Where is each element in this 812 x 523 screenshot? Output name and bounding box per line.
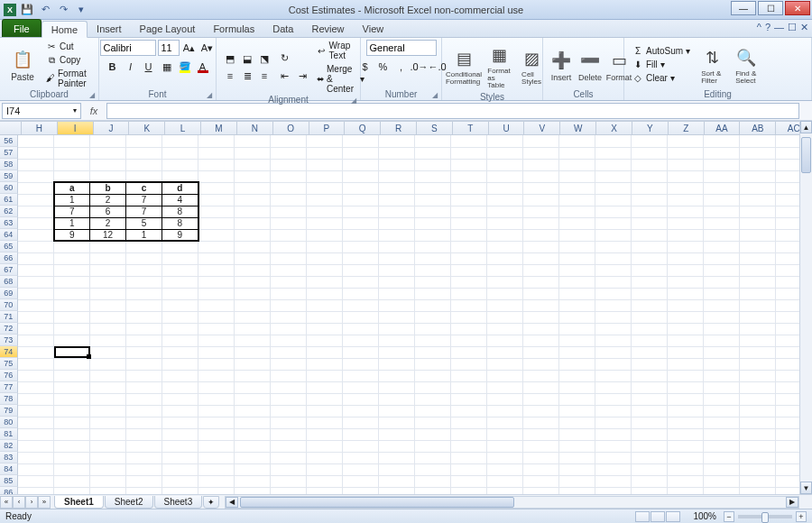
cell[interactable] <box>595 381 632 393</box>
cell[interactable] <box>54 358 90 370</box>
cell[interactable] <box>162 475 198 487</box>
cell[interactable] <box>595 217 632 229</box>
cell[interactable] <box>668 182 704 194</box>
cell[interactable] <box>307 405 343 417</box>
cell[interactable] <box>343 170 379 182</box>
decrease-font-icon[interactable]: A▾ <box>199 40 216 56</box>
cell[interactable] <box>740 346 776 358</box>
cell[interactable] <box>162 405 198 417</box>
cell[interactable] <box>487 463 523 475</box>
cell[interactable] <box>198 381 235 393</box>
cell[interactable] <box>523 252 559 264</box>
row-header-81[interactable]: 81 <box>0 428 18 440</box>
cell[interactable] <box>632 311 668 323</box>
cell[interactable] <box>198 217 235 229</box>
col-header-Y[interactable]: Y <box>632 122 669 134</box>
cell[interactable] <box>343 288 379 299</box>
border-button[interactable]: ▦ <box>159 59 175 75</box>
cell[interactable] <box>595 288 632 299</box>
scroll-up-icon[interactable]: ▲ <box>800 121 812 133</box>
cell[interactable] <box>415 393 451 405</box>
cell[interactable] <box>198 299 235 311</box>
cell[interactable] <box>271 194 307 206</box>
cell[interactable] <box>379 241 415 252</box>
cell[interactable] <box>235 370 271 381</box>
format-as-table-button[interactable]: ▦Format as Table <box>484 40 514 92</box>
tab-data[interactable]: Data <box>263 20 302 37</box>
cell[interactable]: 1 <box>126 229 162 241</box>
cell[interactable] <box>198 194 235 206</box>
cell[interactable] <box>523 346 559 358</box>
cell[interactable] <box>271 159 307 170</box>
cell[interactable] <box>126 252 162 264</box>
cell[interactable] <box>451 475 487 487</box>
cell[interactable] <box>632 417 668 428</box>
cell[interactable] <box>415 147 451 159</box>
cell[interactable] <box>90 475 126 487</box>
cell[interactable] <box>18 452 54 463</box>
cell[interactable] <box>198 346 235 358</box>
cell[interactable]: 2 <box>90 194 126 206</box>
col-header-J[interactable]: J <box>94 122 130 134</box>
cell[interactable] <box>704 335 740 346</box>
cell[interactable] <box>235 159 271 170</box>
cell[interactable] <box>415 311 451 323</box>
cell[interactable] <box>126 452 162 463</box>
clipboard-launcher-icon[interactable]: ◢ <box>89 91 95 99</box>
cell[interactable] <box>523 417 559 428</box>
cell[interactable] <box>559 135 595 147</box>
cell[interactable] <box>343 299 379 311</box>
cell[interactable] <box>235 463 271 475</box>
cell[interactable] <box>126 370 162 381</box>
cell[interactable] <box>559 276 595 288</box>
cell[interactable] <box>307 335 343 346</box>
cell[interactable] <box>343 241 379 252</box>
cell[interactable] <box>632 276 668 288</box>
cell[interactable] <box>379 381 415 393</box>
col-header-K[interactable]: K <box>129 122 165 134</box>
cell[interactable] <box>271 417 307 428</box>
cell[interactable] <box>54 170 90 182</box>
cell[interactable] <box>307 170 343 182</box>
cell[interactable] <box>162 381 198 393</box>
cell[interactable] <box>523 206 559 217</box>
cell[interactable] <box>235 393 271 405</box>
cell[interactable] <box>595 299 632 311</box>
cell[interactable] <box>198 370 235 381</box>
cell[interactable] <box>559 147 595 159</box>
cell[interactable] <box>126 276 162 288</box>
cell[interactable] <box>595 393 632 405</box>
cell[interactable] <box>271 475 307 487</box>
cell[interactable] <box>415 135 451 147</box>
align-left-icon[interactable]: ≡ <box>222 68 238 84</box>
cell[interactable] <box>126 440 162 452</box>
cell[interactable] <box>704 299 740 311</box>
cell[interactable] <box>307 393 343 405</box>
cell[interactable] <box>126 288 162 299</box>
cell[interactable]: 9 <box>162 229 198 241</box>
cell[interactable] <box>740 241 776 252</box>
cell[interactable] <box>704 264 740 276</box>
sheet-nav-next-icon[interactable]: › <box>25 496 38 509</box>
cell[interactable] <box>487 159 523 170</box>
cell[interactable] <box>487 288 523 299</box>
cell[interactable] <box>235 487 271 494</box>
cell[interactable] <box>740 135 776 147</box>
cell[interactable] <box>90 276 126 288</box>
cell[interactable] <box>343 159 379 170</box>
row-header-78[interactable]: 78 <box>0 393 18 405</box>
cell[interactable] <box>523 217 559 229</box>
cell[interactable] <box>126 241 162 252</box>
cell[interactable] <box>126 393 162 405</box>
cell[interactable] <box>523 475 559 487</box>
cell[interactable] <box>235 381 271 393</box>
cell[interactable] <box>307 147 343 159</box>
cell[interactable] <box>595 370 632 381</box>
cell[interactable] <box>18 440 54 452</box>
cell[interactable] <box>740 194 776 206</box>
cell[interactable] <box>162 463 198 475</box>
cell[interactable] <box>54 463 90 475</box>
cell[interactable] <box>523 428 559 440</box>
cell[interactable] <box>595 440 632 452</box>
row-header-73[interactable]: 73 <box>0 335 18 346</box>
